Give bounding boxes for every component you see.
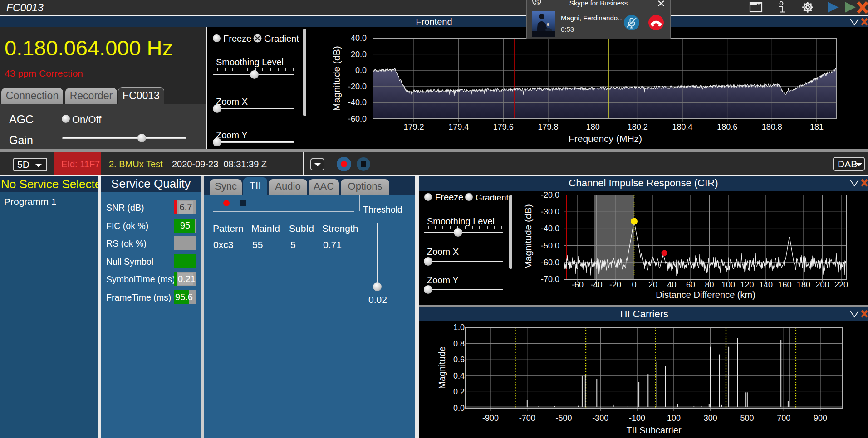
svg-text:-20: -20 [609, 280, 621, 289]
svg-text:-60: -60 [572, 280, 584, 289]
svg-text:-60.0: -60.0 [541, 258, 559, 267]
svg-text:300: 300 [704, 414, 717, 423]
svg-text:179.2: 179.2 [403, 122, 424, 131]
svg-text:20.0: 20.0 [351, 50, 367, 59]
svg-text:100: 100 [667, 414, 681, 423]
svg-text:200: 200 [815, 280, 829, 289]
svg-text:179.4: 179.4 [448, 122, 469, 131]
svg-text:180: 180 [586, 122, 600, 131]
svg-text:Magnitude (dB): Magnitude (dB) [523, 204, 533, 269]
svg-text:500: 500 [740, 414, 754, 423]
svg-text:-500: -500 [556, 414, 572, 423]
svg-text:TII Subcarrier: TII Subcarrier [626, 425, 681, 435]
svg-text:40.0: 40.0 [351, 34, 367, 43]
svg-text:-300: -300 [592, 414, 608, 423]
svg-text:-40.0: -40.0 [348, 98, 367, 107]
svg-text:180.2: 180.2 [628, 122, 648, 131]
svg-text:179.8: 179.8 [538, 122, 558, 131]
svg-text:180.6: 180.6 [717, 122, 737, 131]
svg-text:-30.0: -30.0 [541, 207, 559, 216]
svg-text:-900: -900 [482, 414, 499, 423]
svg-text:80: 80 [705, 280, 714, 289]
svg-text:179.6: 179.6 [493, 122, 514, 131]
svg-text:220: 220 [834, 280, 848, 289]
svg-text:0.4: 0.4 [453, 371, 465, 380]
svg-text:-700: -700 [519, 414, 535, 423]
svg-text:-70.0: -70.0 [541, 275, 559, 284]
svg-text:0.6: 0.6 [453, 355, 465, 364]
svg-text:40: 40 [667, 280, 676, 289]
svg-text:180.8: 180.8 [762, 122, 782, 131]
svg-text:-20.0: -20.0 [541, 191, 559, 200]
svg-text:-40.0: -40.0 [541, 224, 559, 233]
svg-text:-20.0: -20.0 [348, 82, 367, 91]
svg-text:160: 160 [778, 280, 791, 289]
svg-text:181: 181 [810, 122, 824, 131]
svg-text:700: 700 [777, 414, 790, 423]
svg-text:Distance Difference (km): Distance Difference (km) [656, 290, 755, 300]
svg-text:-50.0: -50.0 [541, 241, 559, 250]
svg-text:140: 140 [759, 280, 773, 289]
svg-text:20: 20 [648, 280, 657, 289]
svg-text:180.4: 180.4 [672, 122, 692, 131]
svg-text:60: 60 [686, 280, 695, 289]
svg-text:Magnitude (dB): Magnitude (dB) [331, 46, 342, 111]
svg-text:180: 180 [797, 280, 810, 289]
svg-text:Frequency (MHz): Frequency (MHz) [569, 133, 642, 144]
svg-text:-100: -100 [629, 414, 645, 423]
svg-text:120: 120 [740, 280, 754, 289]
svg-text:-40: -40 [590, 280, 602, 289]
svg-text:0.8: 0.8 [453, 339, 465, 348]
svg-text:Magnitude: Magnitude [437, 346, 447, 389]
svg-text:0: 0 [632, 280, 636, 289]
svg-text:0.0: 0.0 [453, 404, 465, 413]
svg-text:100: 100 [721, 280, 735, 289]
svg-text:0.0: 0.0 [355, 66, 367, 75]
svg-text:1.0: 1.0 [453, 323, 465, 332]
svg-text:0.2: 0.2 [453, 387, 465, 396]
svg-text:-60.0: -60.0 [348, 114, 367, 123]
svg-text:900: 900 [814, 414, 827, 423]
